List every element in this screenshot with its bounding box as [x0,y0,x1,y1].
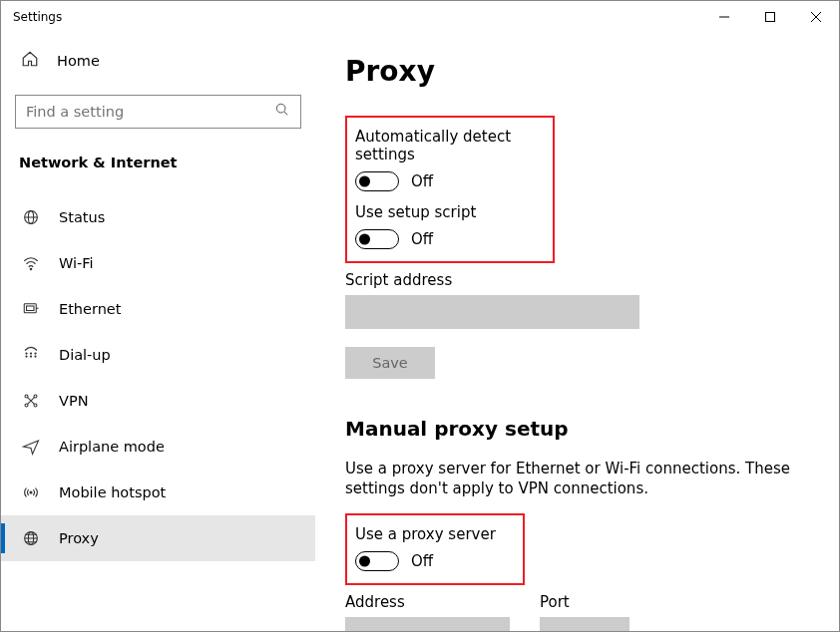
svg-point-4 [30,268,32,270]
auto-detect-label: Automatically detect settings [355,128,543,163]
script-address-input[interactable] [345,295,639,329]
sidebar-item-airplane[interactable]: Airplane mode [1,424,315,470]
sidebar-item-label: VPN [59,393,89,409]
setup-script-state: Off [411,230,433,248]
auto-detect-toggle[interactable] [355,171,399,191]
use-proxy-label: Use a proxy server [355,525,513,543]
sidebar-item-label: Airplane mode [59,439,165,455]
proxy-icon [21,529,41,547]
home-label: Home [57,53,100,69]
address-label: Address [345,593,510,611]
airplane-icon [21,438,41,456]
setup-script-label: Use setup script [355,203,543,221]
maximize-icon [765,12,775,22]
ethernet-icon [21,300,41,318]
home-icon [21,50,39,72]
sidebar-item-status[interactable]: Status [1,194,315,240]
titlebar: Settings [1,1,839,33]
svg-point-7 [26,353,27,354]
svg-point-16 [34,404,37,407]
address-input[interactable] [345,617,510,632]
section-heading: Network & Internet [1,151,315,184]
maximize-button[interactable] [747,1,793,33]
search-icon [274,102,290,122]
svg-point-17 [30,491,32,493]
sidebar-item-vpn[interactable]: VPN [1,378,315,424]
window-title: Settings [13,10,62,24]
vpn-icon [21,392,41,410]
use-proxy-toggle[interactable] [355,551,399,571]
save-button[interactable]: Save [345,347,435,379]
search-input[interactable] [15,95,301,129]
dialup-icon [21,346,41,364]
content-panel: Proxy Automatically detect settings Off … [315,33,839,631]
sidebar-item-proxy[interactable]: Proxy [1,515,315,561]
highlight-box-proxy: Use a proxy server Off [345,513,525,585]
sidebar-item-label: Proxy [59,530,99,546]
manual-description: Use a proxy server for Ethernet or Wi-Fi… [345,459,804,499]
sidebar: Home Network & Internet Status [1,33,315,631]
svg-point-11 [30,356,31,357]
manual-heading: Manual proxy setup [345,417,811,441]
page-title: Proxy [345,55,811,88]
script-address-label: Script address [345,271,811,289]
minimize-icon [719,12,729,22]
sidebar-item-hotspot[interactable]: Mobile hotspot [1,470,315,515]
use-proxy-state: Off [411,552,433,570]
sidebar-item-label: Wi-Fi [59,255,94,271]
home-link[interactable]: Home [1,41,315,81]
svg-point-9 [35,353,36,354]
port-input[interactable] [540,617,630,632]
auto-detect-state: Off [411,172,433,190]
search-field[interactable] [26,104,268,120]
sidebar-item-ethernet[interactable]: Ethernet [1,286,315,332]
svg-point-14 [34,395,37,398]
close-button[interactable] [793,1,839,33]
sidebar-item-label: Mobile hotspot [59,484,166,500]
sidebar-item-label: Status [59,209,105,225]
hotspot-icon [21,483,41,501]
sidebar-item-label: Ethernet [59,301,121,317]
svg-point-13 [25,395,28,398]
status-icon [21,208,41,226]
svg-point-12 [35,356,36,357]
setup-script-toggle[interactable] [355,229,399,249]
svg-point-8 [30,353,31,354]
sidebar-item-label: Dial-up [59,347,111,363]
svg-rect-0 [766,13,775,22]
close-icon [811,12,821,22]
svg-point-10 [26,356,27,357]
sidebar-item-dialup[interactable]: Dial-up [1,332,315,378]
wifi-icon [21,254,41,272]
port-label: Port [540,593,630,611]
svg-point-1 [276,104,285,113]
sidebar-item-wifi[interactable]: Wi-Fi [1,240,315,286]
highlight-box-auto: Automatically detect settings Off Use se… [345,116,555,263]
svg-rect-6 [27,306,35,311]
svg-point-15 [25,404,28,407]
minimize-button[interactable] [701,1,747,33]
